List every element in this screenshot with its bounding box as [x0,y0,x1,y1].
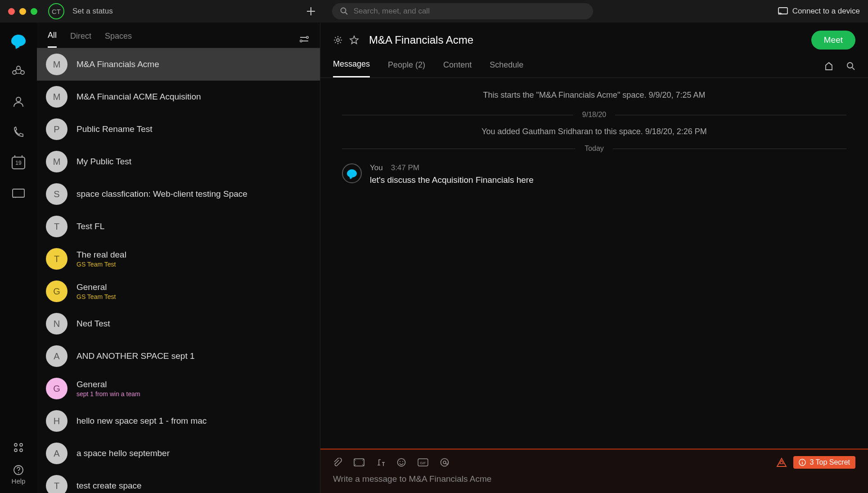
conversation-avatar: A [46,345,67,367]
conversation-avatar: M [46,86,67,108]
connect-device-button[interactable]: Connect to a device [778,7,860,16]
tab-spaces[interactable]: Spaces [105,32,132,47]
emoji-icon[interactable] [397,458,406,467]
compose-input[interactable]: Write a message to M&A Financials Acme [333,474,855,484]
chat-icon [347,169,357,177]
search-input[interactable] [354,7,585,16]
attach-icon[interactable] [333,458,342,467]
system-message: You added Gautham Sridharan to this spac… [342,127,846,136]
conversation-title: General [76,380,140,389]
nav-help[interactable]: Help [9,465,27,485]
conversation-item[interactable]: NNed Test [37,308,320,340]
nav-devices[interactable] [9,185,27,203]
svg-text:GIF: GIF [420,461,426,465]
pop-out-icon[interactable] [824,62,834,71]
svg-point-18 [398,459,405,466]
nav-calendar[interactable]: 19 [9,154,27,172]
tab-all[interactable]: All [48,31,57,48]
nav-teams[interactable] [9,62,27,80]
conversation-title: M&A Financial ACME Acquisition [76,92,201,102]
cast-icon [778,7,788,15]
conversation-subtitle: sept 1 from win a team [76,390,140,398]
compose-area: GIF 3 Top Secret Write a message to M&A … [320,448,868,493]
conversation-avatar: G [46,378,67,399]
content-header: M&A Financials Acme Meet [320,23,868,50]
nav-messaging[interactable] [9,32,27,50]
convlist-tabs: All Direct Spaces [37,23,320,48]
conversation-item[interactable]: AAND ANOTHER SPACE sept 1 [37,340,320,372]
svg-point-19 [400,461,400,462]
compose-toolbar: GIF 3 Top Secret [333,456,855,469]
maximize-window-icon[interactable] [31,8,37,15]
message-author: You [370,163,383,172]
tab-direct[interactable]: Direct [70,32,91,47]
conversation-avatar: T [46,216,67,237]
classification-badge[interactable]: 3 Top Secret [793,456,855,469]
close-window-icon[interactable] [8,8,15,15]
conversation-item[interactable]: MM&A Financial ACME Acquisition [37,81,320,113]
space-start-text: This starts the "M&A Financials Acme" sp… [342,90,846,100]
conversation-avatar: A [46,443,67,464]
phone-icon [12,126,25,139]
conversation-item[interactable]: Aa space hello september [37,437,320,470]
nav-apps[interactable] [9,439,27,457]
conversation-item[interactable]: Ttest create space [37,470,320,493]
conversation-item[interactable]: MM&A Financials Acme [37,48,320,81]
conversation-avatar: M [46,54,67,75]
apps-icon [13,442,24,453]
svg-point-12 [18,472,19,473]
conversation-title: My Public Test [76,157,131,167]
conversation-item[interactable]: TThe real dealGS Team Test [37,243,320,275]
conversation-avatar: N [46,313,67,335]
conversation-item[interactable]: GGeneralsept 1 from win a team [37,372,320,405]
svg-point-0 [341,8,346,13]
conversation-title: a space hello september [76,448,170,458]
svg-point-8 [20,443,22,446]
help-icon [13,465,24,475]
svg-rect-6 [13,189,24,197]
user-avatar[interactable]: CT [48,3,64,19]
svg-point-24 [443,461,446,464]
conversation-item[interactable]: MMy Public Test [37,145,320,178]
tab-messages[interactable]: Messages [333,59,370,77]
nav-calls[interactable] [9,123,27,141]
new-action-button[interactable] [298,6,324,16]
mention-icon[interactable] [440,458,449,467]
format-icon[interactable] [376,458,385,466]
minimize-window-icon[interactable] [19,8,26,15]
conversation-avatar: M [46,151,67,172]
conversation-item[interactable]: Hhello new space sept 1 - from mac [37,405,320,437]
svg-point-7 [14,443,17,446]
conversation-item[interactable]: PPublic Rename Test [37,113,320,145]
teams-icon [12,64,25,78]
search-box[interactable] [332,3,593,19]
svg-point-14 [300,40,302,42]
contact-icon [12,95,25,108]
settings-icon[interactable] [333,35,343,45]
conversation-avatar: S [46,183,67,205]
filter-button[interactable] [299,35,309,43]
tab-people[interactable]: People (2) [388,60,425,77]
conversation-title: AND ANOTHER SPACE sept 1 [76,351,195,361]
svg-point-9 [14,449,17,452]
conversation-item[interactable]: TTest FL [37,210,320,243]
search-space-icon[interactable] [846,62,855,71]
conversation-avatar: T [46,248,67,270]
nav-contacts[interactable] [9,93,27,111]
conversation-subtitle: GS Team Test [76,261,126,268]
meet-button[interactable]: Meet [811,31,855,50]
top-bar: CT Set a status Connect to a device [0,0,868,23]
message-item: You 3:47 PM let's discuss the Acquisitio… [342,163,846,185]
tab-schedule[interactable]: Schedule [490,60,523,77]
favorite-icon[interactable] [349,35,359,45]
gif-icon[interactable]: GIF [418,458,428,466]
help-label: Help [12,477,26,485]
screenshot-icon[interactable] [354,458,364,466]
tab-content[interactable]: Content [443,60,472,77]
conversation-item[interactable]: GGeneralGS Team Test [37,275,320,308]
conversation-item[interactable]: Sspace classfication: Web-client testing… [37,178,320,210]
conversation-avatar: T [46,475,67,493]
connect-device-label: Connect to a device [792,7,860,16]
message-avatar[interactable] [342,163,362,183]
set-status-button[interactable]: Set a status [72,7,113,16]
